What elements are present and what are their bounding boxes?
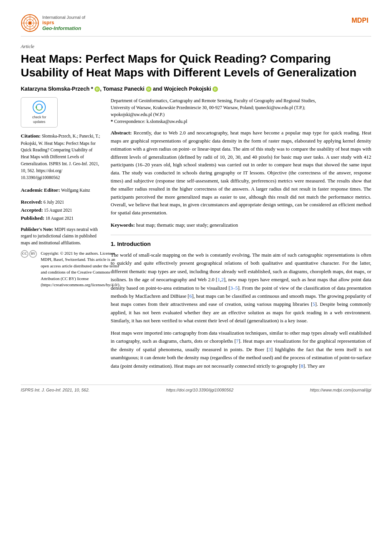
academic-editor-block: Academic Editor: Wolfgang Kainz	[21, 186, 101, 194]
article-type: Article	[21, 43, 371, 50]
footer-left: ISPRS Int. J. Geo-Inf. 2021, 10, 562.	[21, 388, 90, 392]
abstract-text-content: Recently, due to Web 2.0 and neocartogra…	[111, 130, 371, 216]
ref-3-5[interactable]: 3–5	[230, 285, 238, 291]
dates-block: Received: 6 July 2021 Accepted: 15 Augus…	[21, 198, 101, 222]
citation-block: Citation: Słomska-Przech, K.; Panecki, T…	[21, 132, 101, 181]
page-footer: ISPRS Int. J. Geo-Inf. 2021, 10, 562. ht…	[21, 385, 371, 392]
published-line: Published: 18 August 2021	[21, 214, 101, 222]
author-2: Tomasz Panecki	[103, 86, 146, 92]
page-header: International Journal of isprs Geo-Infor…	[21, 14, 371, 36]
affiliation-line-3: wpokojski@uw.edu.pl (W.P.)	[111, 111, 371, 118]
ref-2[interactable]: 2	[221, 277, 224, 282]
journal-branding: International Journal of isprs Geo-Infor…	[21, 14, 85, 32]
main-columns: check for updates Citation: Słomska-Prze…	[21, 97, 371, 374]
svg-point-10	[33, 101, 45, 113]
published-date: 18 August 2021	[45, 216, 73, 221]
authors-line: Katarzyna Słomska-Przech * D, Tomasz Pan…	[21, 86, 371, 92]
orcid-icon-3: D	[213, 86, 218, 92]
journal-isprs-text: isprs	[42, 20, 85, 25]
journal-title: International Journal of isprs Geo-Infor…	[42, 15, 85, 31]
academic-editor-label: Academic Editor:	[21, 187, 60, 193]
isprs-logo-icon	[21, 14, 39, 32]
check-updates-icon	[24, 100, 54, 114]
intro-paragraph-2: Heat maps were imported into cartography…	[111, 329, 371, 370]
by-circle-icon: BY	[29, 250, 37, 258]
citation-text: Słomska-Przech, K.; Panecki, T.; Pokojsk…	[21, 134, 100, 180]
ref-5b[interactable]: 5	[312, 301, 315, 307]
ref-7[interactable]: 7	[236, 338, 239, 344]
affiliation-block: Department of Geoinformatics, Cartograph…	[111, 97, 371, 125]
accepted-date: 15 August 2021	[44, 208, 72, 212]
accepted-label: Accepted:	[21, 207, 43, 213]
received-line: Received: 6 July 2021	[21, 198, 101, 206]
academic-editor-name: Wolfgang Kainz	[61, 188, 90, 192]
mdpi-logo-icon: MDPI	[350, 14, 371, 26]
cc-circle-icon: CC	[21, 250, 28, 258]
ref-3b[interactable]: 3	[269, 347, 271, 352]
copyright-text: Copyright: © 2021 by the authors. Licens…	[41, 250, 120, 288]
publisher-note-label: Publisher's Note:	[21, 227, 53, 232]
ref-8[interactable]: 8	[301, 363, 304, 369]
intro-paragraph-1: The world of small-scale mapping on the …	[111, 251, 371, 325]
ref-1[interactable]: 1	[218, 277, 220, 282]
orcid-icon-1: D	[95, 86, 100, 92]
copyright-block: CC BY Copyright: © 2021 by the authors. …	[21, 250, 101, 288]
right-column: Department of Geoinformatics, Cartograph…	[111, 97, 371, 374]
footer-right: https://www.mdpi.com/journal/ijgi	[310, 388, 371, 392]
journal-geo-text: Geo-Information	[42, 25, 85, 31]
section1-heading: 1. Introduction	[111, 241, 371, 247]
accepted-line: Accepted: 15 August 2021	[21, 206, 101, 214]
affiliation-line-1: Department of Geoinformatics, Cartograph…	[111, 97, 371, 104]
received-label: Received:	[21, 199, 42, 205]
article-title: Heat Maps: Perfect Maps for Quick Readin…	[21, 52, 371, 80]
journal-intl-text: International Journal of	[42, 15, 85, 20]
author-1: Katarzyna Słomska-Przech *	[21, 86, 93, 92]
section-divider	[111, 235, 371, 235]
abstract-label: Abstract:	[111, 130, 132, 136]
ref-6[interactable]: 6	[189, 293, 192, 299]
correspondence-line: * Correspondence: k.slomska@uw.edu.pl	[111, 118, 371, 125]
keywords-block: Keywords: heat map; thematic map; user s…	[111, 221, 371, 229]
svg-text:MDPI: MDPI	[352, 17, 369, 24]
publisher-note-block: Publisher's Note: MDPI stays neutral wit…	[21, 226, 101, 246]
keywords-label: Keywords:	[111, 222, 135, 228]
left-column: check for updates Citation: Słomska-Prze…	[21, 97, 101, 374]
check-for-updates-badge[interactable]: check for updates	[21, 97, 58, 127]
footer-center: https://doi.org/10.3390/ijgi10080562	[166, 388, 233, 392]
orcid-icon-2: D	[146, 86, 151, 92]
citation-label: Citation:	[21, 133, 41, 139]
cc-license-icon: CC BY	[21, 250, 38, 258]
affiliation-line-2: University of Warsaw, Krakowskie Przedmi…	[111, 104, 371, 111]
received-date: 6 July 2021	[43, 200, 64, 204]
published-label: Published:	[21, 215, 45, 221]
abstract-block: Abstract: Recently, due to Web 2.0 and n…	[111, 129, 371, 217]
check-updates-label: check for updates	[24, 115, 54, 124]
keywords-text: heat map; thematic map; user study; gene…	[136, 222, 238, 228]
authors-and: and Wojciech Pokojski	[153, 86, 213, 92]
